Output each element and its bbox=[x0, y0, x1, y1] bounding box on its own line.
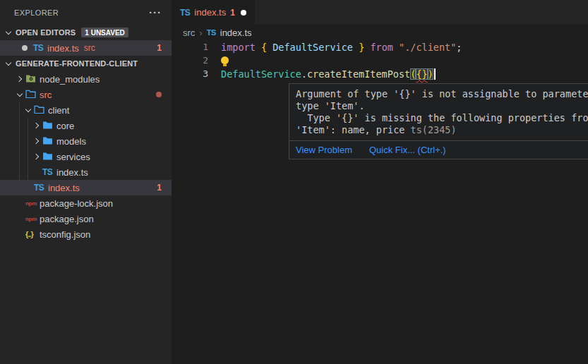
tree-item-label: package-lock.json bbox=[40, 198, 113, 209]
code-line-2[interactable]: 2 bbox=[172, 54, 588, 67]
unsaved-badge: 1 UNSAVED bbox=[81, 28, 128, 37]
ts-file-icon: TS bbox=[42, 167, 52, 177]
folder-icon bbox=[42, 152, 53, 162]
code-line-3[interactable]: 3DefaultService.createItemItemPost({}) bbox=[172, 67, 588, 80]
breadcrumb-item-src[interactable]: src bbox=[183, 28, 195, 38]
tab-error-count: 1 bbox=[230, 8, 235, 18]
file-tree: node_modulessrcclientcoremodelsservicesT… bbox=[0, 71, 172, 242]
code-token: "./client" bbox=[399, 42, 456, 53]
open-editor-label: index.ts bbox=[47, 43, 79, 54]
chevron-down-icon[interactable] bbox=[3, 32, 14, 34]
code-token: DefaultService bbox=[272, 42, 353, 53]
npm-icon: npm bbox=[25, 216, 37, 222]
chevron-down-icon[interactable] bbox=[14, 94, 25, 96]
error-count-badge: 1 bbox=[157, 183, 162, 193]
line-number: 1 bbox=[172, 42, 208, 52]
code-token: . bbox=[301, 68, 307, 80]
error-message-line: Argument of type '{}' is not assignable … bbox=[296, 88, 588, 100]
error-count-badge: 1 bbox=[157, 43, 162, 53]
tree-item-client[interactable]: client bbox=[0, 102, 172, 118]
error-message-line: 'Item': name, price ts(2345) bbox=[296, 124, 588, 136]
tree-item-node_modules[interactable]: node_modules bbox=[0, 71, 172, 87]
tree-item-label: services bbox=[56, 152, 90, 162]
chevron-right-icon[interactable] bbox=[31, 154, 42, 159]
tree-item-tsconfig.json[interactable]: {..}tsconfig.json bbox=[0, 226, 172, 242]
indent-guide bbox=[19, 102, 20, 195]
tab-label: index.ts bbox=[194, 7, 226, 18]
hover-actions: View Problem Quick Fix... (Ctrl+.) bbox=[289, 140, 588, 159]
tree-item-services[interactable]: services bbox=[0, 149, 172, 164]
indent-guide bbox=[28, 118, 28, 180]
line-number: 3 bbox=[172, 68, 208, 79]
code-token: ( bbox=[410, 68, 416, 80]
code-token: DefaultService bbox=[221, 68, 301, 80]
open-editor-description: src bbox=[84, 43, 95, 53]
npm-icon: npm bbox=[25, 200, 37, 207]
code-text: DefaultService.createItemItemPost({}) bbox=[221, 68, 436, 80]
view-problem-link[interactable]: View Problem bbox=[296, 145, 352, 155]
tree-item-index.ts[interactable]: TSindex.ts bbox=[0, 164, 172, 180]
explorer-header: EXPLORER ··· bbox=[0, 0, 172, 25]
code-token bbox=[256, 42, 261, 53]
chevron-right-icon[interactable] bbox=[31, 139, 42, 143]
error-message-line: type 'Item'. bbox=[296, 100, 588, 112]
explorer-title: EXPLORER bbox=[14, 8, 59, 17]
node-modules-folder-icon bbox=[25, 74, 36, 85]
open-editor-item-index-ts[interactable]: TS index.ts src 1 bbox=[0, 40, 172, 56]
tree-item-src[interactable]: src bbox=[0, 87, 172, 102]
tree-item-models[interactable]: models bbox=[0, 133, 172, 149]
unsaved-dot-icon[interactable] bbox=[241, 10, 246, 16]
tree-item-label: core bbox=[56, 121, 74, 131]
open-editors-section-header[interactable]: OPEN EDITORS 1 UNSAVED bbox=[0, 25, 172, 40]
ts-file-icon: TS bbox=[180, 8, 190, 18]
code-token bbox=[364, 42, 370, 53]
lightbulb-icon[interactable] bbox=[221, 56, 229, 64]
tree-item-package-lock.json[interactable]: npmpackage-lock.json bbox=[0, 195, 172, 211]
ts-file-icon: TS bbox=[207, 28, 216, 37]
tree-item-label: index.ts bbox=[56, 167, 88, 178]
folder-icon bbox=[42, 136, 53, 147]
error-dot-icon bbox=[156, 92, 162, 97]
more-actions-icon[interactable]: ··· bbox=[149, 9, 162, 16]
code-token: ) bbox=[428, 68, 433, 80]
breadcrumb-separator: › bbox=[199, 28, 202, 38]
code-token: import bbox=[221, 42, 256, 53]
tree-item-core[interactable]: core bbox=[0, 118, 172, 133]
breadcrumb-item-file[interactable]: index.ts bbox=[220, 28, 252, 38]
code-text bbox=[221, 56, 229, 64]
folder-icon bbox=[42, 121, 53, 131]
line-number: 2 bbox=[172, 55, 208, 66]
tree-item-package.json[interactable]: npmpackage.json bbox=[0, 211, 172, 226]
code-token: ; bbox=[456, 42, 462, 53]
code-token bbox=[393, 42, 399, 53]
chevron-down-icon[interactable] bbox=[23, 109, 34, 111]
chevron-right-icon[interactable] bbox=[14, 77, 25, 81]
ts-file-icon: TS bbox=[34, 183, 44, 193]
code-token: { bbox=[261, 42, 267, 53]
quick-fix-link[interactable]: Quick Fix... (Ctrl+.) bbox=[369, 145, 446, 155]
code-token bbox=[353, 42, 359, 53]
error-code: ts(2345) bbox=[411, 124, 457, 135]
code-token: } bbox=[359, 42, 364, 53]
tab-index-ts[interactable]: TS index.ts 1 bbox=[172, 0, 255, 25]
code-line-1[interactable]: 1import { DefaultService } from "./clien… bbox=[172, 40, 588, 54]
chevron-right-icon[interactable] bbox=[31, 123, 42, 128]
tree-item-label: models bbox=[56, 136, 86, 147]
tree-item-index.ts[interactable]: TSindex.ts1 bbox=[0, 180, 172, 195]
code-token: {} bbox=[416, 68, 427, 80]
folder-open-icon bbox=[34, 105, 44, 116]
breadcrumb: src › TS index.ts bbox=[172, 25, 588, 40]
chevron-down-icon[interactable] bbox=[3, 63, 14, 65]
error-hover-tooltip: Argument of type '{}' is not assignable … bbox=[289, 83, 588, 159]
json-braces-icon: {..} bbox=[25, 230, 33, 238]
tree-item-label: package.json bbox=[40, 214, 94, 224]
project-section-header[interactable]: GENERATE-FRONTEND-CLIENT bbox=[0, 56, 172, 71]
code-editor[interactable]: 1import { DefaultService } from "./clien… bbox=[172, 40, 588, 80]
code-text: import { DefaultService } from "./client… bbox=[221, 42, 462, 53]
tree-item-label: node_modules bbox=[40, 74, 100, 85]
editor-tab-bar: TS index.ts 1 bbox=[172, 0, 588, 25]
explorer-sidebar: EXPLORER ··· OPEN EDITORS 1 UNSAVED TS i… bbox=[0, 0, 172, 364]
tree-item-label: tsconfig.json bbox=[40, 229, 90, 240]
text-cursor bbox=[434, 68, 436, 80]
modified-dot-icon bbox=[22, 45, 28, 51]
